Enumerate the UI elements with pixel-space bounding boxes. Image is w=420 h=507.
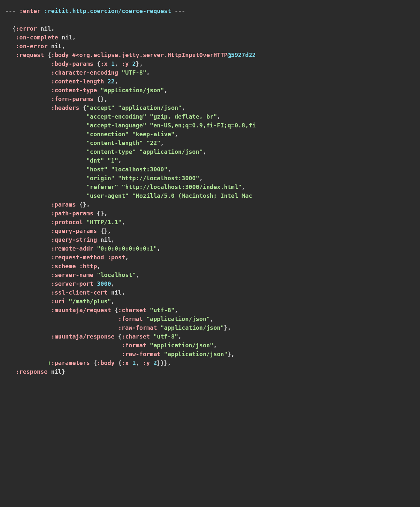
error-val: nil (40, 25, 51, 32)
sep-right: --- (171, 7, 185, 14)
uri-val: "/math/plus" (69, 298, 111, 305)
body-key: :body (51, 51, 69, 58)
muuntaja-response-key: :muuntaja/response (51, 333, 115, 340)
query-string-key: :query-string (51, 236, 97, 243)
code-block: --- :enter :reitit.http.coercion/coerce-… (0, 0, 420, 383)
body-val: #<org.eclipse.jetty.server.HttpInputOver… (72, 51, 228, 58)
scheme-key: :scheme (51, 263, 76, 269)
content-length-key: :content-length (51, 78, 104, 85)
content-type-key: :content-type (51, 87, 97, 94)
muuntaja-request-key: :muuntaja/request (51, 307, 111, 313)
protocol-val: "HTTP/1.1" (86, 219, 121, 225)
content-length-val: 22 (107, 78, 115, 85)
query-params-key: :query-params (51, 227, 97, 234)
request-method-key: :request-method (51, 254, 104, 261)
params-key: :params (51, 201, 76, 208)
ssl-key: :ssl-client-cert (51, 289, 107, 296)
parameters-key: :parameters (51, 359, 90, 366)
remote-addr-key: :remote-addr (51, 245, 93, 252)
map-open: { (5, 25, 16, 32)
on-complete-val: nil (62, 34, 72, 41)
request-key: :request (16, 51, 44, 58)
char-enc-key: :character-encoding (51, 69, 118, 76)
on-error-key: :on-error (16, 43, 48, 50)
char-enc-val: "UTF-8" (122, 69, 147, 76)
protocol-key: :protocol (51, 219, 83, 225)
body-id: @5927d22 (228, 51, 256, 58)
sep-left: --- (5, 7, 19, 14)
uri-key: :uri (51, 298, 65, 305)
server-port-val: 3000 (97, 280, 111, 287)
path-params-key: :path-params (51, 210, 93, 217)
headers-key: :headers (51, 104, 79, 111)
server-name-key: :server-name (51, 271, 93, 278)
response-val: nil (51, 368, 62, 375)
on-error-val: nil (51, 43, 62, 50)
content-type-val: "application/json" (101, 87, 164, 94)
space (40, 7, 44, 14)
server-name-val: "localhost" (97, 271, 136, 278)
form-params-val: {} (97, 95, 104, 102)
on-complete-key: :on-complete (16, 34, 58, 41)
form-params-key: :form-params (51, 95, 93, 102)
request-method-val: :post (107, 254, 125, 261)
response-key: :response (16, 368, 48, 375)
diff-plus-icon: + (48, 359, 51, 366)
enter-kw: :enter (19, 7, 40, 14)
body-params-key: :body-params (51, 60, 93, 67)
server-port-key: :server-port (51, 280, 93, 287)
coerce-path: :reitit.http.coercion/coerce-request (44, 7, 171, 14)
scheme-val: :http (79, 263, 97, 269)
error-key: :error (16, 25, 37, 32)
remote-addr-val: "0:0:0:0:0:0:0:1" (97, 245, 157, 252)
